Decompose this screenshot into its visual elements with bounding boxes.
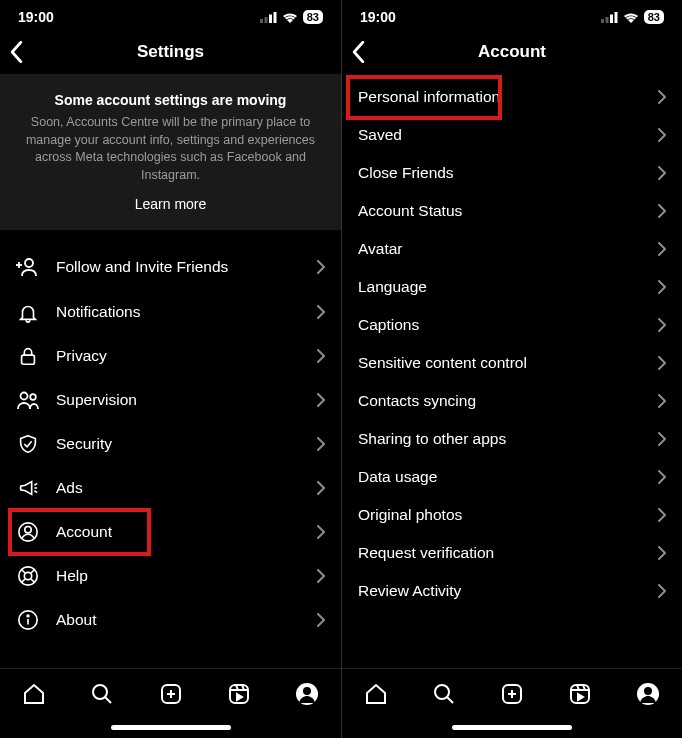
row-label: Help xyxy=(56,567,301,585)
row-label: Close Friends xyxy=(358,164,642,182)
row-label: Follow and Invite Friends xyxy=(56,258,301,276)
page-title: Settings xyxy=(137,42,204,62)
row-security[interactable]: Security xyxy=(0,422,341,466)
home-icon xyxy=(22,682,46,706)
nav-create[interactable] xyxy=(478,682,546,706)
chevron-right-icon xyxy=(658,584,666,598)
chevron-right-icon xyxy=(317,613,325,627)
row-close-friends[interactable]: Close Friends xyxy=(342,154,682,192)
people-icon xyxy=(16,389,40,411)
chevron-right-icon xyxy=(317,525,325,539)
svg-point-8 xyxy=(21,393,28,400)
nav-create[interactable] xyxy=(136,682,204,706)
row-language[interactable]: Language xyxy=(342,268,682,306)
svg-point-4 xyxy=(25,259,33,267)
chevron-right-icon xyxy=(658,394,666,408)
svg-line-15 xyxy=(31,570,35,574)
chevron-right-icon xyxy=(658,508,666,522)
row-saved[interactable]: Saved xyxy=(342,116,682,154)
row-ads[interactable]: Ads xyxy=(0,466,341,510)
chevron-right-icon xyxy=(658,470,666,484)
chevron-right-icon xyxy=(317,393,325,407)
chevron-right-icon xyxy=(658,204,666,218)
row-review-activity[interactable]: Review Activity xyxy=(342,572,682,610)
nav-search[interactable] xyxy=(68,682,136,706)
row-request-verification[interactable]: Request verification xyxy=(342,534,682,572)
reels-icon xyxy=(568,682,592,706)
svg-line-37 xyxy=(447,697,453,703)
row-supervision[interactable]: Supervision xyxy=(0,378,341,422)
row-label: Supervision xyxy=(56,391,301,409)
row-privacy[interactable]: Privacy xyxy=(0,334,341,378)
account-list: Personal information Saved Close Friends… xyxy=(342,78,682,610)
svg-point-11 xyxy=(25,527,31,533)
svg-point-10 xyxy=(19,523,37,541)
row-data-usage[interactable]: Data usage xyxy=(342,458,682,496)
row-account-status[interactable]: Account Status xyxy=(342,192,682,230)
svg-rect-7 xyxy=(22,355,35,364)
svg-line-14 xyxy=(22,570,26,574)
chevron-right-icon xyxy=(658,356,666,370)
back-button[interactable] xyxy=(352,41,365,63)
row-label: Sensitive content control xyxy=(358,354,642,372)
row-notifications[interactable]: Notifications xyxy=(0,290,341,334)
chevron-left-icon xyxy=(10,41,23,63)
row-captions[interactable]: Captions xyxy=(342,306,682,344)
nav-profile[interactable] xyxy=(614,682,682,706)
nav-search[interactable] xyxy=(410,682,478,706)
row-label: About xyxy=(56,611,301,629)
row-label: Review Activity xyxy=(358,582,642,600)
row-label: Account Status xyxy=(358,202,642,220)
svg-rect-34 xyxy=(610,14,613,23)
row-follow-invite[interactable]: Follow and Invite Friends xyxy=(0,244,341,290)
info-card: Some account settings are moving Soon, A… xyxy=(0,74,341,230)
nav-profile[interactable] xyxy=(273,682,341,706)
shield-icon xyxy=(16,433,40,455)
row-personal-information[interactable]: Personal information xyxy=(342,78,682,116)
home-indicator xyxy=(0,718,341,738)
nav-home[interactable] xyxy=(0,682,68,706)
nav-home[interactable] xyxy=(342,682,410,706)
row-label: Saved xyxy=(358,126,642,144)
row-sharing-apps[interactable]: Sharing to other apps xyxy=(342,420,682,458)
add-person-icon xyxy=(16,255,40,279)
row-about[interactable]: About xyxy=(0,598,341,642)
learn-more-link[interactable]: Learn more xyxy=(14,196,327,212)
phone-settings: 19:00 83 Settings Some account settings … xyxy=(0,0,341,738)
status-bar: 19:00 83 xyxy=(0,0,341,30)
chevron-right-icon xyxy=(317,569,325,583)
svg-line-16 xyxy=(22,579,26,583)
nav-reels[interactable] xyxy=(546,682,614,706)
svg-point-21 xyxy=(93,685,107,699)
chevron-right-icon xyxy=(317,260,325,274)
settings-list: Follow and Invite Friends Notifications … xyxy=(0,244,341,642)
svg-rect-26 xyxy=(230,685,248,703)
row-label: Notifications xyxy=(56,303,301,321)
profile-icon xyxy=(636,682,660,706)
status-indicators: 83 xyxy=(601,10,664,24)
row-contacts-syncing[interactable]: Contacts syncing xyxy=(342,382,682,420)
row-label: Privacy xyxy=(56,347,301,365)
row-avatar[interactable]: Avatar xyxy=(342,230,682,268)
row-original-photos[interactable]: Original photos xyxy=(342,496,682,534)
info-heading: Some account settings are moving xyxy=(14,92,327,108)
svg-rect-41 xyxy=(571,685,589,703)
row-label: Personal information xyxy=(358,88,642,106)
svg-point-13 xyxy=(24,572,31,579)
bottom-nav xyxy=(0,668,341,718)
nav-reels[interactable] xyxy=(205,682,273,706)
status-time: 19:00 xyxy=(360,9,396,25)
header: Account xyxy=(342,30,682,74)
svg-point-20 xyxy=(27,615,29,617)
chevron-left-icon xyxy=(352,41,365,63)
svg-rect-33 xyxy=(605,17,608,23)
back-button[interactable] xyxy=(10,41,23,63)
row-sensitive-content[interactable]: Sensitive content control xyxy=(342,344,682,382)
row-account[interactable]: Account xyxy=(0,510,341,554)
row-label: Account xyxy=(56,523,301,541)
help-icon xyxy=(16,565,40,587)
chevron-right-icon xyxy=(658,546,666,560)
chevron-right-icon xyxy=(317,349,325,363)
row-help[interactable]: Help xyxy=(0,554,341,598)
bottom-nav xyxy=(342,668,682,718)
